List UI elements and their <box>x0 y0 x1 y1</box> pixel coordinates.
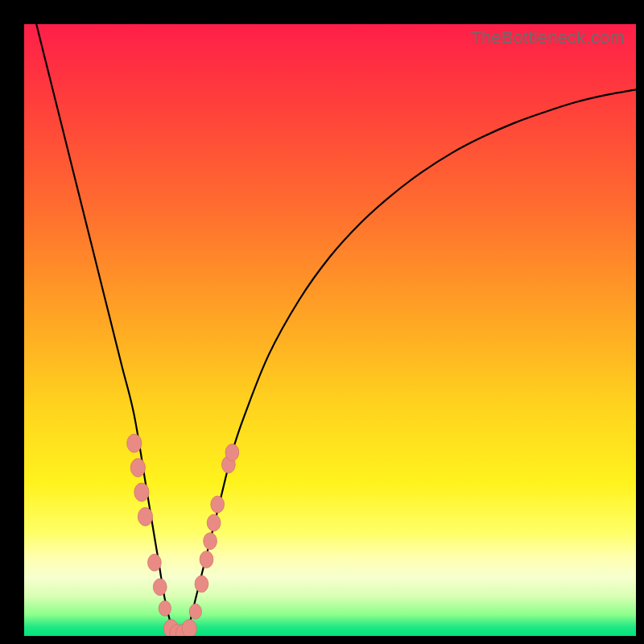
curve-marker <box>130 459 145 477</box>
curve-marker <box>153 579 167 596</box>
curve-marker <box>127 434 142 452</box>
curve-marker <box>182 619 196 636</box>
curve-marker <box>204 533 217 550</box>
curve-marker <box>159 601 171 616</box>
watermark-text: TheBottleneck.com <box>470 27 625 48</box>
curve-markers <box>127 434 239 636</box>
curve-marker <box>148 554 162 571</box>
curve-marker <box>138 507 152 526</box>
curve-marker <box>195 576 208 592</box>
plot-area: TheBottleneck.com <box>24 24 636 636</box>
curve-marker <box>134 483 149 502</box>
curve-marker <box>207 514 221 531</box>
curve-marker <box>225 444 239 461</box>
bottleneck-curve <box>36 24 636 636</box>
curve-layer <box>24 24 636 636</box>
curve-marker <box>189 604 201 619</box>
curve-marker <box>211 496 225 513</box>
chart-frame: TheBottleneck.com <box>0 0 644 644</box>
curve-marker <box>200 551 213 568</box>
